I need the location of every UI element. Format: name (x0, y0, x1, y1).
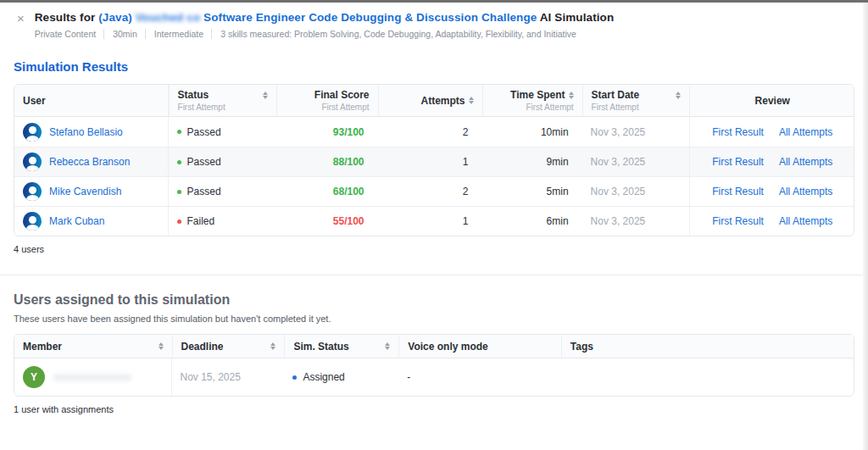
page-title: Results for (Java) Vouched co Software E… (35, 11, 615, 24)
column-sublabel: First Attempt (492, 103, 574, 112)
assigned-table-container: Member Deadline Sim. Status Voice only m… (14, 334, 854, 397)
sort-icon[interactable] (385, 342, 390, 350)
start-date-value: Nov 3, 2025 (582, 147, 689, 176)
section-divider (0, 275, 868, 275)
column-label-tags: Tags (570, 341, 593, 353)
all-attempts-link[interactable]: All Attempts (779, 186, 832, 197)
final-score: 55/100 (333, 215, 364, 227)
status-label: Passed (187, 126, 221, 138)
sort-icon[interactable] (676, 92, 681, 99)
time-spent-value: 6min (482, 206, 582, 236)
simulation-meta: Private Content 30min Intermediate 3 ski… (35, 29, 615, 39)
user-name-link[interactable]: Stefano Bellasio (49, 126, 123, 138)
results-table-container: User Status First Attempt Final Score Fi… (14, 84, 854, 236)
title-redacted-text: Vouched co (136, 11, 201, 24)
column-label-review: Review (755, 95, 790, 107)
final-score: 93/100 (333, 126, 364, 138)
member-avatar: Y (23, 366, 45, 388)
status-label: Passed (187, 156, 221, 168)
first-result-link[interactable]: First Result (712, 186, 764, 197)
title-simulation-link[interactable]: Software Engineer Code Debugging & Discu… (200, 11, 537, 24)
column-sublabel: First Attempt (286, 103, 370, 112)
final-score: 88/100 (333, 156, 364, 168)
start-date-value: Nov 3, 2025 (582, 117, 689, 147)
meta-private-content: Private Content (35, 29, 96, 39)
column-sublabel: First Attempt (178, 103, 268, 112)
user-name-link[interactable]: Mark Cuban (49, 215, 104, 227)
column-sublabel: First Attempt (592, 103, 681, 112)
table-row: Stefano Bellasio Passed 93/100 2 10min N… (14, 117, 854, 147)
time-spent-value: 9min (482, 147, 582, 176)
attempts-value: 2 (378, 176, 482, 206)
user-avatar-icon (23, 123, 42, 142)
column-label-sim-status: Sim. Status (293, 341, 348, 353)
status-dot-passed (177, 130, 181, 134)
first-result-link[interactable]: First Result (712, 215, 764, 227)
table-row: Mike Cavendish Passed 68/100 2 5min Nov … (14, 176, 854, 206)
sort-icon[interactable] (263, 92, 268, 99)
status-label: Passed (187, 186, 221, 197)
start-date-value: Nov 3, 2025 (582, 206, 689, 236)
user-name-link[interactable]: Rebecca Branson (49, 156, 130, 168)
assigned-status-label: Assigned (303, 371, 344, 383)
column-header-time-spent[interactable]: Time Spent First Attempt (482, 85, 582, 117)
column-label-time-spent: Time Spent (510, 89, 565, 101)
sort-icon[interactable] (159, 342, 164, 350)
status-dot-passed (177, 190, 181, 194)
attempts-value: 1 (378, 206, 482, 236)
table-row: Mark Cuban Failed 55/100 1 6min Nov 3, 2… (14, 206, 854, 236)
assigned-table: Member Deadline Sim. Status Voice only m… (14, 335, 854, 396)
user-name-link[interactable]: Mike Cavendish (49, 186, 121, 197)
first-result-link[interactable]: First Result (712, 156, 764, 168)
column-header-voice-only: Voice only mode (398, 335, 560, 358)
column-header-deadline[interactable]: Deadline (172, 335, 285, 358)
sort-icon[interactable] (469, 97, 474, 104)
scrollbar-track[interactable] (863, 3, 868, 450)
column-label-member: Member (23, 341, 62, 353)
column-header-review: Review (689, 85, 854, 117)
first-result-link[interactable]: First Result (712, 126, 764, 138)
column-header-start-date[interactable]: Start Date First Attempt (582, 85, 689, 117)
column-header-member[interactable]: Member (14, 335, 172, 358)
column-label-final-score: Final Score (314, 89, 370, 101)
column-header-final-score[interactable]: Final Score First Attempt (276, 85, 378, 117)
status-dot-failed (177, 219, 181, 224)
sort-icon[interactable] (270, 342, 275, 350)
all-attempts-link[interactable]: All Attempts (779, 215, 832, 227)
column-header-user[interactable]: User (14, 85, 169, 117)
column-header-tags: Tags (561, 335, 854, 358)
assigned-heading: Users assigned to this simulation (14, 292, 854, 308)
title-prefix: Results for (35, 11, 98, 24)
sort-icon[interactable] (569, 92, 574, 99)
assigned-header-row: Member Deadline Sim. Status Voice only m… (14, 335, 854, 358)
tags-value (561, 358, 854, 396)
column-label-status: Status (178, 89, 209, 101)
table-row: Rebecca Branson Passed 88/100 1 9min Nov… (14, 147, 854, 176)
status-dot-passed (177, 160, 181, 164)
column-header-sim-status[interactable]: Sim. Status (284, 335, 398, 358)
close-icon[interactable]: × (17, 12, 25, 25)
user-avatar-icon (23, 182, 42, 201)
meta-skills: 3 skills measured: Problem Solving, Code… (211, 29, 576, 39)
results-count: 4 users (14, 244, 854, 254)
column-label-user: User (23, 95, 46, 107)
time-spent-value: 5min (482, 176, 582, 206)
user-avatar-icon (23, 212, 42, 231)
page-header: × Results for (Java) Vouched co Software… (0, 3, 868, 39)
column-label-voice-only: Voice only mode (408, 341, 487, 353)
member-name-redacted (53, 374, 131, 381)
start-date-value: Nov 3, 2025 (582, 176, 689, 206)
all-attempts-link[interactable]: All Attempts (779, 156, 832, 168)
title-suffix: AI Simulation (537, 11, 614, 24)
title-java-link[interactable]: (Java) (98, 11, 135, 24)
column-header-status[interactable]: Status First Attempt (169, 85, 276, 117)
attempts-value: 2 (378, 117, 482, 147)
meta-difficulty: Intermediate (145, 29, 203, 39)
voice-only-value: - (398, 358, 560, 396)
results-table: User Status First Attempt Final Score Fi… (14, 85, 854, 236)
final-score: 68/100 (333, 186, 364, 197)
column-header-attempts[interactable]: Attempts (378, 85, 482, 117)
all-attempts-link[interactable]: All Attempts (779, 126, 832, 138)
deadline-value: Nov 15, 2025 (172, 358, 285, 396)
column-label-start-date: Start Date (592, 89, 640, 101)
